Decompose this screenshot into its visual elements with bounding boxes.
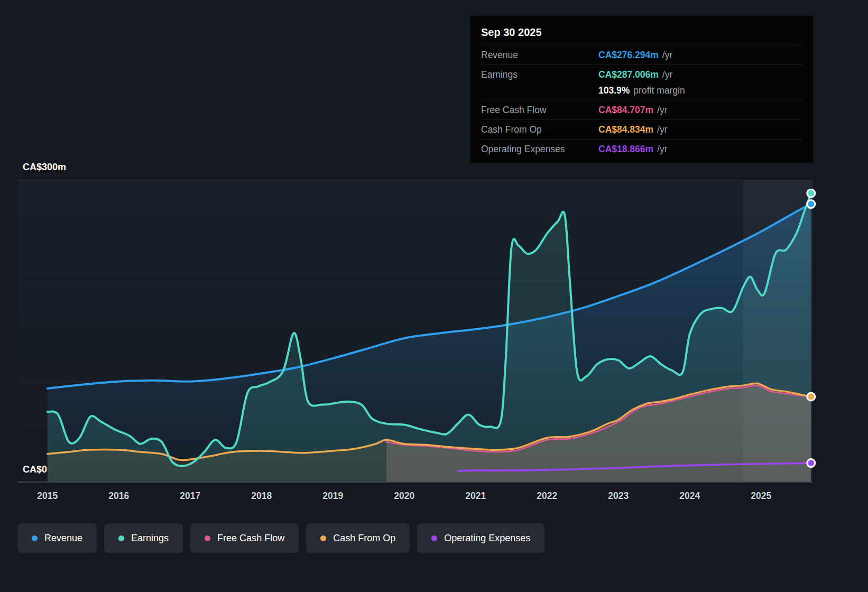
cash-from-op-legend-dot-icon [320, 535, 326, 541]
x-tick: 2025 [740, 491, 782, 502]
x-tick: 2020 [383, 491, 426, 502]
legend-item-free-cash-flow[interactable]: Free Cash Flow [190, 523, 299, 553]
tooltip-row-suffix: /yr [657, 104, 667, 116]
operating-expenses-legend-dot-icon [431, 535, 437, 541]
chart-tooltip: Sep 30 2025 Revenue CA$276.294m /yr Earn… [470, 16, 813, 163]
tooltip-row-label: Free Cash Flow [481, 104, 598, 116]
legend-item-label: Cash From Op [333, 533, 395, 544]
tooltip-row-label: Cash From Op [481, 123, 598, 136]
x-tick: 2018 [241, 491, 283, 502]
legend-item-operating-expenses[interactable]: Operating Expenses [417, 523, 544, 553]
x-tick: 2016 [98, 491, 140, 502]
tooltip-row-earnings: Earnings CA$287.006m /yr [481, 64, 802, 84]
legend-item-earnings[interactable]: Earnings [104, 523, 183, 553]
tooltip-row-suffix: profit margin [633, 84, 685, 97]
legend-item-label: Free Cash Flow [217, 533, 284, 544]
legend-item-cash-from-op[interactable]: Cash From Op [306, 523, 410, 553]
x-tick: 2024 [669, 491, 711, 502]
tooltip-date: Sep 30 2025 [481, 21, 802, 45]
tooltip-row-label: Earnings [481, 68, 598, 81]
legend: Revenue Earnings Free Cash Flow Cash Fro… [17, 523, 544, 553]
tooltip-row-value: 103.9% [598, 84, 630, 97]
tooltip-row-value: CA$18.866m [598, 143, 653, 155]
legend-item-revenue[interactable]: Revenue [17, 523, 97, 553]
legend-item-label: Revenue [44, 533, 82, 544]
tooltip-row-suffix: /yr [662, 49, 672, 61]
x-axis-labels: 2015201620172018201920202021202220232024… [0, 491, 868, 506]
x-tick: 2019 [312, 491, 354, 502]
legend-item-label: Operating Expenses [444, 533, 530, 544]
y-axis-min-label: CA$0 [23, 464, 47, 475]
x-tick: 2021 [455, 491, 497, 502]
tooltip-row-value: CA$276.294m [598, 49, 659, 61]
x-tick: 2015 [26, 491, 69, 502]
x-tick: 2023 [597, 491, 640, 502]
tooltip-row-value: CA$84.834m [598, 123, 653, 136]
tooltip-row-value: CA$84.707m [598, 104, 653, 116]
tooltip-row-profit-margin: 103.9% profit margin [481, 84, 802, 100]
chart-page: Sep 30 2025 Revenue CA$276.294m /yr Earn… [0, 0, 868, 592]
tooltip-row-cash-from-op: Cash From Op CA$84.834m /yr [481, 119, 802, 139]
x-tick: 2022 [526, 491, 568, 502]
tooltip-row-label: Revenue [481, 49, 598, 61]
tooltip-row-value: CA$287.006m [598, 68, 659, 81]
tooltip-row-suffix: /yr [657, 123, 667, 136]
earnings-legend-dot-icon [118, 535, 124, 541]
tooltip-row-operating-expenses: Operating Expenses CA$18.866m /yr [481, 139, 802, 159]
tooltip-row-suffix: /yr [662, 68, 672, 81]
free-cash-flow-legend-dot-icon [205, 535, 210, 541]
x-tick: 2017 [169, 491, 211, 502]
tooltip-row-label: Operating Expenses [481, 143, 598, 155]
tooltip-row-revenue: Revenue CA$276.294m /yr [481, 45, 802, 64]
tooltip-row-free-cash-flow: Free Cash Flow CA$84.707m /yr [481, 100, 802, 119]
tooltip-row-suffix: /yr [657, 143, 667, 155]
legend-item-label: Earnings [131, 533, 169, 544]
revenue-legend-dot-icon [32, 535, 38, 541]
y-axis-max-label: CA$300m [23, 162, 66, 173]
